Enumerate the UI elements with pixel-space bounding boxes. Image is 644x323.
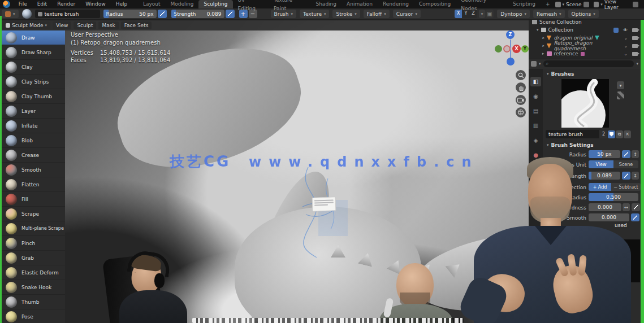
users-count-badge[interactable]: 2 [600,130,607,138]
tab-object-icon[interactable]: ■ [530,165,541,174]
tab-view-layer-icon[interactable]: ▥ [530,121,541,130]
outliner-row-collection[interactable]: ▾ Collection 👁 [529,26,641,34]
gizmo-axis-neg-z[interactable] [507,58,515,66]
tab-render-icon[interactable]: ◉ [530,91,541,101]
editor-type-button[interactable]: ▾ [2,10,19,18]
menu-render[interactable]: Render [52,0,80,8]
pan-button[interactable] [516,82,526,93]
tab-uv-editing[interactable]: UV Editing [233,0,269,13]
menu-view[interactable]: View [53,21,71,29]
brush-clay-thumb[interactable]: Clay Thumb [2,89,65,104]
brush-inflate[interactable]: Inflate [2,119,65,133]
disclosure-icon[interactable]: ▸ [542,43,544,48]
direction-add[interactable]: + Add [589,183,611,191]
radius-unit-scene[interactable]: Scene [613,160,638,168]
gizmo-axis-neg-y[interactable] [495,45,502,53]
strength-slider[interactable]: 0.089 [589,172,620,180]
properties-search-input[interactable]: ⌕ [543,60,634,67]
disclosure-icon[interactable]: ▾ [537,28,539,32]
eye-closed-icon[interactable]: ⌄ [624,36,628,41]
menu-face-sets[interactable]: Face Sets [121,21,152,29]
radius-slider[interactable]: Radius50 px [103,10,157,18]
eye-closed-icon[interactable]: ⌄ [624,51,628,56]
tab-active-tool-icon[interactable]: ◧ [530,77,541,86]
brush-draw[interactable]: Draw [2,30,65,45]
brush-scrape[interactable]: Scrape [2,207,65,221]
brush-flatten[interactable]: Flatten [2,177,65,192]
unified-radius-icon[interactable]: ↕ [632,150,639,158]
falloff-dropdown[interactable]: Falloff▾ [364,10,390,18]
disclosure-icon[interactable]: ▸ [542,36,544,40]
render-visibility-icon[interactable] [632,36,638,40]
brush-fill[interactable]: Fill [2,192,65,207]
preview-dropdown-button[interactable]: ▾ [617,81,624,89]
brush-settings-header[interactable]: ▾Brush Settings [547,142,594,148]
chevron-down-icon[interactable]: ▾ [636,62,638,66]
perspective-toggle-button[interactable] [516,107,526,117]
new-scene-icon[interactable] [584,2,589,7]
tab-compositing[interactable]: Compositing [414,0,456,8]
properties-editor-icon[interactable] [531,61,537,67]
render-visibility-icon[interactable] [632,28,638,32]
brush-layer[interactable]: Layer [2,104,65,119]
brush-clay[interactable]: Clay [2,60,65,75]
camera-view-button[interactable] [516,95,526,105]
brush-name-field[interactable]: texture brush [546,130,599,138]
normal-radius-slider[interactable]: 0.500 [589,193,638,201]
menu-edit[interactable]: Edit [32,0,52,8]
radius-slider[interactable]: 50 px [589,150,620,158]
auto-smooth-slider[interactable]: 0.000 [589,213,629,221]
eye-closed-icon[interactable]: ⌄ [624,43,628,49]
scene-selector[interactable]: ▾ Scene [555,2,589,7]
hardness-slider[interactable]: 0.000 [589,203,621,211]
tab-texture-paint[interactable]: Texture Paint [269,0,310,13]
tab-modifiers-icon[interactable]: ▲ [530,180,541,189]
texture-checker-icon[interactable] [617,91,624,99]
tab-rendering[interactable]: Rendering [378,0,414,8]
brush-blob[interactable]: Blob [2,133,65,148]
brushes-panel-header[interactable]: ▾Brushes [547,71,574,77]
render-visibility-icon[interactable] [632,52,638,56]
tab-world-icon[interactable]: ● [530,150,541,160]
brush-name-field[interactable]: texture brush [35,10,100,18]
radius-pressure-toggle[interactable] [158,10,167,18]
eye-icon[interactable]: 👁 [623,28,628,33]
stroke-dropdown[interactable]: Stroke▾ [332,10,360,18]
new-view-layer-icon[interactable] [633,2,638,7]
view-layer-selector[interactable]: ▾ View Layer [594,0,638,10]
checkbox-icon[interactable] [613,28,619,33]
brush-pinch[interactable]: Pinch [2,236,65,251]
tab-sculpting[interactable]: Sculpting [198,0,232,8]
tab-shading[interactable]: Shading [310,0,342,8]
menu-window[interactable]: Window [80,0,111,8]
tab-animation[interactable]: Animation [342,0,378,8]
tab-scene-icon[interactable]: ◈ [530,136,541,145]
mode-selector[interactable]: Sculpt Mode▾ [2,21,50,29]
tab-layout[interactable]: Layout [138,0,166,8]
brush-draw-sharp[interactable]: Draw Sharp [2,45,65,60]
texture-preview-black[interactable] [593,239,640,282]
tab-output-icon[interactable]: ▤ [530,106,541,116]
duplicate-icon[interactable]: ⧉ [616,130,623,138]
brush-crease[interactable]: Crease [2,148,65,163]
hardness-extra-icon[interactable]: ↔ [623,203,630,211]
radius-unit-view[interactable]: View [589,160,613,168]
brush-clay-strips[interactable]: Clay Strips [2,75,65,89]
disclosure-icon[interactable]: ▸ [542,51,544,56]
add-workspace-button[interactable]: + [541,0,555,8]
brush-multiplane-scrape[interactable]: Multi-plane Scrape [2,221,65,236]
radius-pressure-toggle[interactable] [622,150,630,158]
fake-user-shield-icon[interactable] [608,130,615,138]
blender-logo-icon[interactable] [3,1,10,8]
brush-preview-image[interactable] [561,79,609,128]
brush-pose[interactable]: Pose [2,309,65,323]
brush-smooth[interactable]: Smooth [2,163,65,177]
gizmo-axis-y[interactable]: Y [521,45,529,53]
menu-mask[interactable]: Mask [98,21,118,29]
auto-smooth-pressure-toggle[interactable] [631,213,639,221]
zoom-button[interactable] [516,70,526,80]
remesh-dropdown[interactable]: Remesh▾ [533,10,565,18]
gizmo-axis-x[interactable]: X [512,45,521,53]
tab-scripting[interactable]: Scripting [508,0,541,8]
hardness-pressure-toggle[interactable] [632,203,640,211]
